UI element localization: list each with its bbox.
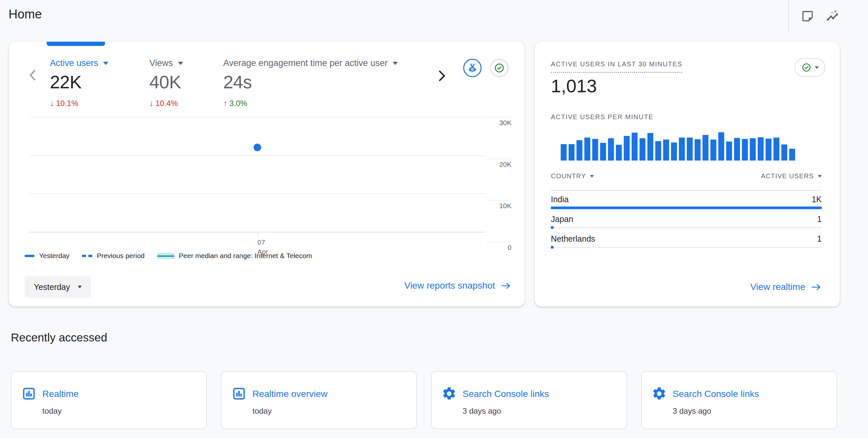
- minute-bar: [766, 138, 772, 161]
- delta-arrow-icon: ↑: [223, 98, 227, 108]
- recent-card-timestamp: 3 days ago: [463, 406, 501, 416]
- gear-icon: [652, 386, 667, 401]
- metric-value: 24s: [223, 71, 398, 93]
- minute-bar: [577, 140, 582, 161]
- minute-bar: [695, 139, 701, 161]
- metrics-row: Active users 22K ↓ 10.1% Views 40K ↓ 10.…: [50, 58, 398, 108]
- recently-accessed-card[interactable]: Realtime overview today: [221, 371, 417, 429]
- minute-bar: [592, 139, 598, 161]
- delta-percent: 10.1%: [56, 99, 79, 108]
- legend-marker-icon: [157, 253, 174, 259]
- country-bar: [551, 207, 822, 209]
- overview-yaxis: 30K 20K 10K 0: [487, 117, 512, 242]
- legend-item: Yesterday: [25, 252, 70, 260]
- recent-card-title[interactable]: Realtime: [42, 389, 79, 399]
- table-row[interactable]: Japan 1: [551, 212, 822, 231]
- minute-bar: [718, 132, 724, 161]
- recent-card-timestamp: 3 days ago: [673, 406, 711, 416]
- table-row[interactable]: India 1K: [551, 192, 822, 212]
- insights-icon[interactable]: [825, 8, 840, 24]
- minute-bar: [758, 137, 764, 161]
- minute-bar: [655, 141, 661, 161]
- active-users-column-label: ACTIVE USERS: [761, 173, 814, 180]
- country-table-header: COUNTRY ACTIVE USERS: [551, 173, 822, 180]
- minute-bar: [663, 139, 669, 161]
- note-icon[interactable]: [800, 8, 815, 24]
- country-bar: [551, 226, 822, 229]
- recent-card-title[interactable]: Search Console links: [673, 389, 759, 399]
- metric-label: Views: [149, 58, 173, 68]
- legend-marker-icon: [82, 255, 92, 257]
- country-name: Netherlands: [551, 234, 595, 244]
- recent-card-timestamp: today: [42, 406, 62, 416]
- country-table: India 1K Japan 1 Netherlands 1: [551, 192, 822, 251]
- x-tick-day: 07: [257, 238, 268, 247]
- minute-bar: [789, 149, 795, 161]
- metric-delta: ↓ 10.4%: [149, 98, 223, 108]
- country-column-header[interactable]: COUNTRY: [551, 173, 594, 180]
- top-header: Home: [0, 0, 868, 33]
- country-bar-fill: [551, 246, 554, 249]
- metric-selector[interactable]: Active users: [50, 58, 149, 68]
- minute-bar: [750, 138, 756, 161]
- gridline: [29, 117, 486, 118]
- recent-card-title[interactable]: Search Console links: [463, 389, 549, 399]
- metric-value: 40K: [149, 71, 223, 93]
- minute-bar: [608, 138, 614, 161]
- view-realtime-label: View realtime: [750, 282, 805, 292]
- chevron-down-icon: [178, 62, 183, 65]
- benchmark-medal-icon[interactable]: [463, 59, 482, 77]
- y-axis-tick: 0: [487, 242, 512, 251]
- carousel-prev-button[interactable]: [26, 68, 40, 83]
- metric-delta: ↓ 10.1%: [50, 98, 149, 108]
- recently-accessed-grid: Realtime today Realtime overview today S…: [11, 371, 837, 429]
- country-active-users: 1: [817, 234, 822, 244]
- realtime-card: ACTIVE USERS IN LAST 30 MINUTES 1,013 AC…: [535, 42, 840, 307]
- page-title: Home: [8, 7, 42, 21]
- country-bar-track: [551, 247, 822, 248]
- gridline: [29, 232, 486, 232]
- legend-item: Peer median and range: Internet & Teleco…: [157, 252, 312, 260]
- recently-accessed-card[interactable]: Search Console links 3 days ago: [431, 371, 627, 429]
- minute-bar: [647, 133, 653, 161]
- view-reports-snapshot-link[interactable]: View reports snapshot: [404, 280, 512, 291]
- chevron-down-icon: [815, 66, 819, 69]
- minute-bar: [640, 138, 645, 161]
- y-tick-label: 0: [507, 244, 512, 251]
- chevron-down-icon: [78, 286, 82, 288]
- chevron-right-icon: [434, 69, 449, 83]
- time-range-label: Yesterday: [34, 282, 70, 292]
- realtime-status-pill[interactable]: [795, 58, 825, 77]
- minute-bar: [584, 137, 590, 161]
- no-issues-check-icon[interactable]: [490, 59, 508, 77]
- country-bar-fill: [551, 207, 822, 209]
- recent-card-title[interactable]: Realtime overview: [252, 389, 328, 399]
- y-axis-tick: 30K: [487, 117, 512, 127]
- legend-label: Peer median and range: Internet & Teleco…: [179, 252, 312, 260]
- metric-selector[interactable]: Average engagement time per active user: [223, 58, 398, 68]
- minute-bar: [616, 145, 622, 161]
- metric-value: 22K: [50, 71, 149, 93]
- active-users-column-header[interactable]: ACTIVE USERS: [761, 173, 822, 180]
- minute-bar: [624, 136, 630, 161]
- metric-selector[interactable]: Views: [149, 58, 223, 68]
- time-range-selector[interactable]: Yesterday: [25, 276, 91, 298]
- chevron-down-icon: [590, 175, 594, 178]
- table-row[interactable]: Netherlands 1: [551, 231, 822, 251]
- metric-delta: ↑ 3.0%: [223, 98, 398, 108]
- table-divider: [551, 190, 822, 191]
- y-axis-tick: 20K: [487, 159, 512, 168]
- metric-column: Views 40K ↓ 10.4%: [149, 58, 223, 108]
- minute-bar: [710, 139, 716, 161]
- delta-percent: 10.4%: [156, 99, 178, 108]
- recently-accessed-card[interactable]: Search Console links 3 days ago: [641, 371, 837, 429]
- y-tick-label: 20K: [499, 161, 512, 168]
- arrow-right-icon: [811, 283, 822, 291]
- recently-accessed-card[interactable]: Realtime today: [11, 371, 207, 429]
- delta-arrow-icon: ↓: [149, 98, 154, 108]
- view-realtime-link[interactable]: View realtime: [750, 282, 822, 292]
- country-bar-track: [551, 227, 822, 228]
- y-axis-tick: 10K: [487, 200, 512, 210]
- carousel-next-button[interactable]: [434, 69, 449, 83]
- yesterday-data-point[interactable]: [254, 144, 261, 151]
